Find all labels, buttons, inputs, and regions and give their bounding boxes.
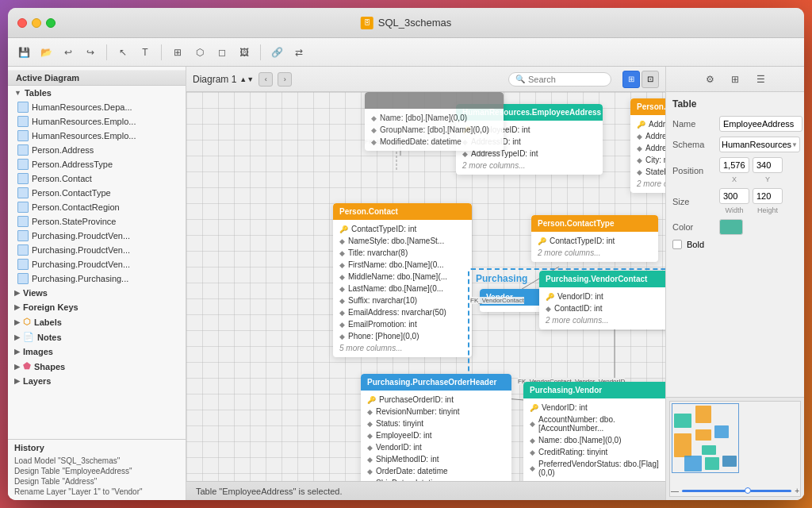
name-input[interactable] — [719, 116, 802, 132]
save-button[interactable]: 💾 — [14, 43, 33, 62]
text-button[interactable]: T — [136, 43, 155, 62]
layers-section[interactable]: ▶ Layers — [8, 374, 186, 388]
zoom-out-icon[interactable]: — — [671, 487, 679, 495]
sidebar-item-table-7[interactable]: Person.ContactRegion — [8, 200, 186, 214]
sidebar-item-table-10[interactable]: Purchasing.ProudctVen... — [8, 243, 186, 257]
diagram-area: Diagram 1 ▲▼ ‹ › 🔍 ⊞ ⊡ — [186, 67, 665, 500]
history-item-2[interactable]: Design Table "Address" — [14, 476, 179, 487]
history-item-3[interactable]: Rename Layer "Layer 1" to "Vendor" — [14, 487, 179, 497]
layers-label: Layers — [23, 376, 51, 386]
mini-table-5 — [714, 425, 729, 438]
table-row: 🔑VendorID: int — [539, 291, 665, 302]
images-section[interactable]: ▶ Images — [8, 344, 186, 359]
search-input[interactable] — [528, 75, 607, 84]
chevron-icon: ▶ — [14, 303, 20, 311]
bold-checkbox[interactable] — [672, 240, 682, 249]
sidebar-item-table-6[interactable]: Person.ContactType — [8, 186, 186, 200]
zoom-in-icon[interactable]: + — [795, 487, 799, 495]
notes-section[interactable]: ▶ 📄 Notes — [8, 329, 186, 344]
minimize-button[interactable] — [32, 18, 41, 28]
sidebar-item-table-3[interactable]: Person.Address — [8, 143, 186, 157]
table-row: ◆Phone: [Phone](0,0) — [333, 330, 472, 342]
table-header-vc: Purchasing.VendorContact — [539, 271, 665, 287]
diagram-button[interactable]: ⬡ — [190, 43, 209, 62]
mini-preview: — + — [666, 397, 804, 500]
sidebar-item-table-12[interactable]: Purchasing.Purchasing... — [8, 271, 186, 286]
relation-button[interactable]: ⇄ — [289, 43, 308, 62]
titlebar: 🗄 SQL_3schemas — [8, 8, 804, 38]
more-rows: 2 more columns... — [531, 247, 658, 259]
table-icon — [17, 144, 29, 156]
table-row: ◆ContactID: int — [539, 302, 665, 314]
sidebar-item-table-8[interactable]: Person.StateProvince — [8, 214, 186, 229]
table-row: ◆AddressLine2: nvarchar... — [630, 142, 665, 154]
table-button[interactable]: ⊞ — [168, 43, 187, 62]
open-button[interactable]: 📂 — [36, 43, 56, 62]
pointer-button[interactable]: ↖ — [113, 43, 132, 62]
properties-tab[interactable]: ⚙ — [702, 71, 718, 87]
sidebar-item-table-2[interactable]: HumanResources.Emplo... — [8, 129, 186, 143]
table-row: ◆ModifiedDate: datetime — [365, 136, 504, 148]
shapes-section[interactable]: ▶ ⬟ Shapes — [8, 359, 186, 374]
close-button[interactable] — [17, 18, 27, 28]
table-partial-top[interactable]: ◆Name: [dbo].[Name](0,0) ◆GroupName: [db… — [365, 92, 504, 151]
y-input[interactable] — [753, 157, 783, 173]
shape-button[interactable]: ◻ — [213, 43, 232, 62]
table-icon — [17, 159, 29, 170]
table-tab[interactable]: ⊞ — [727, 71, 743, 87]
sidebar-item-table-11[interactable]: Purchasing.ProudctVen... — [8, 257, 186, 271]
sidebar-item-table-5[interactable]: Person.Contact — [8, 171, 186, 186]
sidebar-item-table-1[interactable]: HumanResources.Emplo... — [8, 114, 186, 129]
tables-section[interactable]: ▼ Tables — [8, 86, 186, 100]
table-icon — [17, 173, 29, 184]
views-section[interactable]: ▶ Views — [8, 286, 186, 300]
width-input[interactable] — [719, 188, 749, 204]
history-item-0[interactable]: Load Model "SQL_3schemas" — [14, 456, 179, 466]
columns-tab[interactable]: ☰ — [753, 71, 768, 87]
fk-label-fk-vendor-contact: FK_VendorContact — [470, 297, 524, 304]
canvas[interactable]: FK_EmployeeAddress_Employee_EmployeeID H… — [186, 92, 665, 481]
table-person-contact[interactable]: Person.Contact 🔑ContactTypeID: int ◆Name… — [333, 203, 472, 357]
table-person-address[interactable]: Person.Address 🔑AddressID: int ◆AddressL… — [630, 98, 665, 193]
fk-section[interactable]: ▶ Foreign Keys — [8, 300, 186, 314]
sidebar-item-table-0[interactable]: HumanResources.Depa... — [8, 100, 186, 114]
table-contact-type[interactable]: Person.ContactType 🔑ContactTypeID: int 2… — [531, 215, 658, 262]
redo-button[interactable]: ↪ — [81, 43, 100, 62]
chevron-icon: ▶ — [14, 289, 20, 297]
table-purchasing-vendor[interactable]: Purchasing.Vendor 🔑VendorID: int ◆Accoun… — [523, 382, 665, 481]
table-icon — [17, 244, 29, 256]
fit-view-button[interactable]: ⊡ — [642, 71, 659, 88]
labels-section[interactable]: ▶ ⬡ Labels — [8, 314, 186, 329]
history-item-1[interactable]: Design Table "EmployeeAddress" — [14, 466, 179, 476]
app-window: 🗄 SQL_3schemas 💾 📂 ↩ ↪ ↖ T ⊞ ⬡ ◻ 🖼 🔗 ⇄ A… — [8, 8, 804, 500]
table-icon — [17, 130, 29, 141]
undo-button[interactable]: ↩ — [59, 43, 78, 62]
schema-select[interactable]: HumanResources ▼ — [719, 137, 800, 152]
color-swatch[interactable] — [719, 219, 743, 235]
grid-view-button[interactable]: ⊞ — [622, 71, 640, 88]
main-area: Active Diagram ▼ Tables HumanResources.D… — [8, 67, 804, 500]
table-body-pv: 🔑VendorID: int ◆AccountNumber: dbo.[Acco… — [523, 398, 665, 481]
table-vendor-contact[interactable]: Purchasing.VendorContact 🔑VendorID: int … — [539, 271, 665, 329]
more-rows: 2 more columns... — [456, 160, 603, 171]
maximize-button[interactable] — [46, 18, 56, 28]
next-diagram-button[interactable]: › — [278, 72, 292, 87]
labels-label: Labels — [34, 318, 62, 327]
zoom-slider[interactable] — [682, 490, 791, 492]
table-icon — [17, 216, 29, 227]
table-icon — [17, 230, 29, 241]
image-button[interactable]: 🖼 — [235, 43, 254, 62]
link-button[interactable]: 🔗 — [267, 43, 286, 62]
table-body-poh: 🔑PurchaseOrderID: int ◆RevisionNumber: t… — [361, 391, 511, 481]
right-panel: ⚙ ⊞ ☰ Table Name Schema HumanResources ▼ — [665, 67, 804, 500]
table-purchase-order[interactable]: Purchasing.PurchaseOrderHeader 🔑Purchase… — [361, 374, 511, 481]
prev-diagram-button[interactable]: ‹ — [259, 72, 273, 87]
sidebar-item-table-4[interactable]: Person.AddressType — [8, 157, 186, 171]
more-rows: 5 more columns... — [333, 342, 472, 354]
table-header-ct: Person.ContactType — [531, 215, 658, 232]
mini-table-4 — [695, 429, 711, 441]
sidebar-item-table-9[interactable]: Purchasing.ProudctVen... — [8, 229, 186, 243]
table-row: ◆OrderDate: datetime — [361, 465, 511, 477]
height-input[interactable] — [753, 188, 783, 204]
x-input[interactable] — [719, 157, 749, 173]
